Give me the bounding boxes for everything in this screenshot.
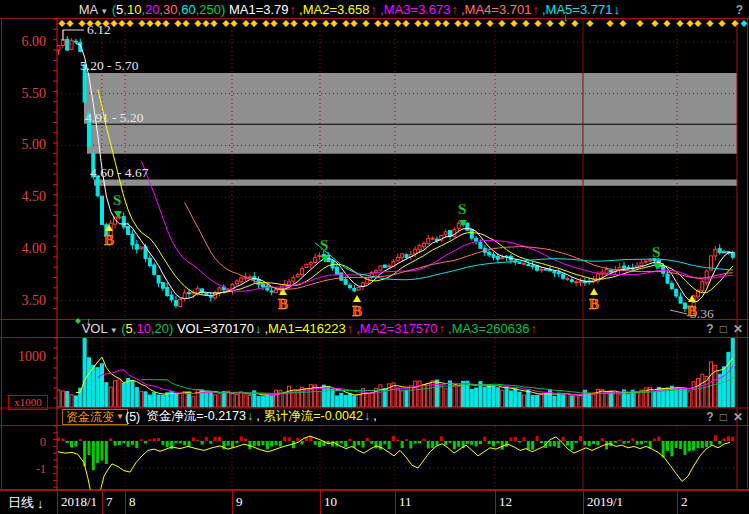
flow-bar [683, 441, 686, 455]
flow-bar [214, 437, 217, 441]
signal-diamond-icon [343, 20, 350, 27]
volume-bar [379, 385, 382, 407]
signal-diamond-icon [375, 20, 382, 27]
help-icon[interactable]: ? [736, 3, 743, 17]
signal-diamond-icon [311, 20, 318, 27]
trend-down-icon: ↓ [247, 409, 253, 423]
close-icon[interactable]: ✕ [733, 410, 743, 424]
help-icon[interactable]: ? [706, 322, 713, 336]
flow-bar [127, 441, 130, 447]
candle-body [670, 284, 673, 289]
gap-band-label: 5.20 - 5.70 [80, 58, 139, 73]
flow-bar [692, 441, 695, 451]
volume-bar [618, 395, 621, 407]
volume-bar [492, 385, 495, 407]
signal-diamond-icon [195, 20, 202, 27]
candle-body [723, 252, 726, 253]
vol-dropdown[interactable]: VOL▼ [60, 306, 118, 351]
volume-bar [109, 387, 112, 407]
flow-bar [405, 439, 408, 441]
help-icon[interactable]: ? [706, 410, 713, 424]
candle-body [296, 275, 299, 277]
signal-diamond-icon [499, 20, 506, 27]
period-selector[interactable]: 日线 ↓ [8, 494, 44, 512]
flow-bar [557, 441, 560, 448]
month-tick [125, 491, 126, 514]
month-label: 2 [681, 494, 688, 510]
comma: , [256, 409, 263, 423]
candle-body [205, 293, 208, 295]
candle-body [718, 249, 721, 253]
flow-bar [583, 441, 586, 445]
flow-dropdown[interactable]: 资金流变▼ [62, 409, 128, 425]
month-label: 2018/1 [61, 494, 97, 510]
flow-bar [618, 440, 621, 441]
candle-body [414, 249, 417, 254]
param: 5 [116, 2, 123, 17]
flow-bar [79, 439, 82, 441]
volume-bar [718, 374, 721, 407]
candle-body [127, 227, 130, 235]
chart-canvas[interactable]: 6.123.365.20 - 5.704.91 - 5.204.60 - 4.6… [0, 0, 749, 514]
indicator-value: ,MA4=3.701 [461, 2, 531, 17]
signal-diamond-icon [547, 20, 554, 27]
signal-diamond-icon [183, 20, 190, 27]
candle-body [705, 271, 708, 283]
flow-bar [383, 441, 386, 444]
candle-body [357, 287, 360, 290]
volume-bar [427, 384, 430, 407]
volume-bar [179, 393, 182, 407]
candle-body [301, 269, 304, 275]
vol-value: VOL=370170 [177, 321, 254, 336]
volume-bar [483, 387, 486, 407]
volume-bar [148, 395, 151, 407]
flow-bar [575, 441, 578, 443]
flow-bar [240, 436, 243, 441]
maximize-icon[interactable]: □ [720, 322, 727, 336]
flow-bar [714, 435, 717, 441]
month-label: 9 [236, 494, 243, 510]
close-icon[interactable]: ✕ [733, 322, 743, 336]
signal-diamond-icon [707, 20, 714, 27]
indicator-value: ,MA2=3.658 [299, 2, 369, 17]
volume-bar [536, 395, 539, 407]
month-label: 8 [129, 494, 136, 510]
volume-bar [440, 385, 443, 407]
candle-body [627, 267, 630, 268]
month-tick [395, 491, 396, 514]
volume-bar [57, 390, 60, 407]
volume-bar [496, 388, 499, 407]
flow-bar [414, 441, 417, 444]
volume-bar [327, 386, 330, 407]
volume-bar [570, 396, 573, 407]
volume-bar [501, 390, 504, 407]
flow-bar [66, 441, 69, 443]
volume-bar [370, 393, 373, 407]
volume-bar [418, 381, 421, 407]
trend-up-icon: ↑ [532, 2, 539, 17]
flow-bar [396, 440, 399, 441]
ma-dropdown[interactable]: MA▼ [57, 0, 108, 32]
signal-diamond-icon [620, 20, 627, 27]
flow-bar [636, 441, 639, 445]
trend-up-icon: ↑ [371, 2, 378, 17]
maximize-icon[interactable]: □ [720, 410, 727, 424]
candle-body [344, 279, 347, 284]
flow-bar [279, 441, 282, 447]
flow-bar [74, 441, 77, 447]
volume-bar [710, 362, 713, 407]
buy-arrow-icon [353, 295, 361, 302]
volume-bar [348, 394, 351, 407]
signal-diamond-icon [637, 20, 644, 27]
volume-bar [101, 364, 104, 407]
flow-bar [135, 441, 138, 448]
flow-bar [227, 441, 230, 446]
flow-bar [614, 441, 617, 443]
volume-bar [544, 394, 547, 407]
chevron-down-icon: ▼ [100, 7, 108, 16]
volume-bar [588, 393, 591, 407]
volume-bar [449, 381, 452, 407]
paren: ) [221, 2, 229, 17]
flow-bar [588, 441, 591, 446]
volume-bar [509, 391, 512, 407]
